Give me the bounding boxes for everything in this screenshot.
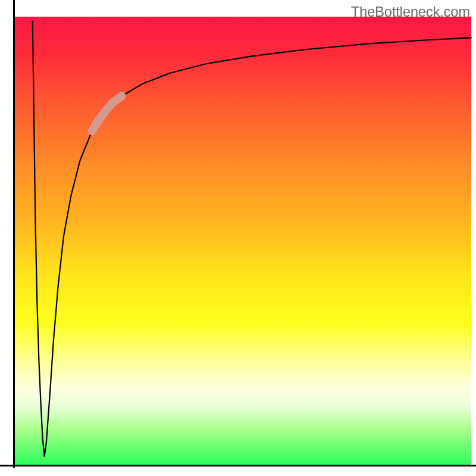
bottleneck-curve [33, 21, 471, 456]
watermark-text: TheBottleneck.com [351, 4, 470, 20]
curve-layer [14, 17, 471, 465]
y-axis [13, 0, 15, 468]
chart-container: TheBottleneck.com [0, 0, 476, 476]
x-axis [0, 465, 476, 466]
highlight-segment [92, 96, 122, 131]
